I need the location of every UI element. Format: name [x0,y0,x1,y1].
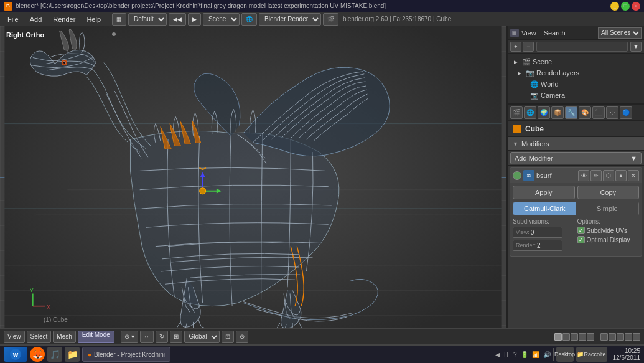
minimize-button[interactable]: _ [610,2,619,11]
pivot-select-btn[interactable]: ⊙ ▾ [121,331,138,343]
menu-render[interactable]: Render [48,14,80,24]
search-tab[interactable]: Search [544,29,566,37]
modifier-props-btn[interactable]: 🔧 [565,106,577,119]
start-button[interactable]: W [4,347,27,362]
view-number: 0 [531,229,534,236]
desktop-icon[interactable]: Desktop [556,347,574,362]
tree-world[interactable]: 🌐 World [508,78,644,90]
physics-props-btn[interactable]: 🔵 [620,106,632,119]
texture-props-btn[interactable]: ⬛ [592,106,605,119]
layer-1-btn[interactable] [554,333,562,341]
proportional-edit-btn[interactable]: ⊙ [236,331,248,343]
dropdown-arrow: ▼ [630,154,637,162]
layer-3-btn[interactable] [571,333,578,341]
3d-viewport[interactable]: Right Ortho [0,26,507,328]
transform-orientation-select[interactable]: Global [184,331,220,343]
edit-mode-btn[interactable]: Edit Mode [78,331,114,343]
scene-filter-btn[interactable]: ▼ [630,42,642,52]
scene-select[interactable]: Scene [203,13,240,26]
tray-question[interactable]: ? [513,351,517,358]
material-props-btn[interactable]: 🎨 [579,106,591,119]
view-tab[interactable]: View [521,29,536,37]
add-modifier-button[interactable]: Add Modifier ▼ [510,152,642,164]
render-props-btn[interactable]: 🎬 [510,106,523,119]
taskbar-files-icon[interactable]: 📁 [65,347,80,362]
optimal-display-checkbox[interactable]: ✓ [577,236,585,243]
taskbar-clock[interactable]: 10:25 12/6/2011 [613,347,641,361]
particle-props-btn[interactable]: ·:· [606,106,618,119]
tree-renderlayers[interactable]: ▸ 📷 RenderLayers [508,67,644,78]
select-menu-btn[interactable]: Select [27,331,52,343]
view-menu-btn[interactable]: View [4,331,25,343]
simple-tab[interactable]: Simple [576,202,639,215]
mod-edit-btn[interactable]: ✏ [590,170,602,181]
properties-icon-row: 🎬 🌐 🌍 📦 🔧 🎨 ⬛ ·:· 🔵 [508,105,644,121]
layer-2-btn[interactable] [562,333,570,341]
tree-camera[interactable]: 📷 Camera [508,90,644,101]
tray-network: 📶 [532,351,539,358]
layout-select[interactable]: Default [128,13,167,26]
layer-10-btn[interactable] [633,333,640,341]
mod-expand-btn[interactable]: ▲ [615,170,627,181]
rotate-tool-btn[interactable]: ↻ [156,331,168,343]
taskbar-firefox-icon[interactable]: 🦊 [30,347,45,362]
expand-tray-btn[interactable]: ◀ [495,351,500,358]
mode-toggle[interactable]: ▦ [112,13,126,26]
scene-delete-btn[interactable]: − [523,42,534,52]
move-tool-btn[interactable]: ↔ [140,331,154,343]
play-btn[interactable]: ▶ [188,13,201,26]
scale-tool-btn[interactable]: ⊞ [170,331,182,343]
layer-5-btn[interactable] [587,333,594,341]
mod-cage-btn[interactable]: ⬡ [603,170,614,181]
mod-render-btn[interactable]: 👁 [578,170,589,181]
desktop-label: Desktop [554,351,575,357]
blender-app-label: Blender - Project Krodhini [94,351,165,358]
taskbar-music-icon[interactable]: 🎵 [47,347,62,362]
layer-icon: ▸ [515,68,524,77]
scene-icon: ▸ [511,57,520,66]
world-props-btn[interactable]: 🌍 [538,106,550,119]
layer-7-btn[interactable] [609,333,616,341]
view-value-display[interactable]: View: 0 [513,227,562,238]
mod-enable-checkbox[interactable] [513,171,521,180]
window-controls: _ □ × [610,2,640,11]
anim-btn[interactable]: ◀◀ [169,13,186,26]
mod-copy-button[interactable]: Copy [577,186,640,199]
maximize-button[interactable]: □ [621,2,630,11]
render-value-display[interactable]: Render: 2 [513,240,562,251]
modifiers-header: Modifiers [508,137,644,151]
snap-btn[interactable]: ⊡ [222,331,234,343]
dragon-wireframe: X Y [0,26,506,328]
raccolte-icon[interactable]: 📁 Raccolte [576,347,607,362]
taskbar-blender-app[interactable]: ● Blender - Project Krodhini [82,347,170,362]
layer-6-btn[interactable] [600,333,608,341]
tray-volume[interactable]: 🔊 [543,351,551,358]
scene-search[interactable] [536,42,628,52]
menu-help[interactable]: Help [82,14,106,24]
blend-info: blender.org 2.60 | Fa:235:18670 | Cube [343,16,451,22]
panel-menu-icon[interactable]: ▤ [510,29,519,37]
layer-type-icon: 📷 [526,69,534,77]
object-props-btn[interactable]: 📦 [551,106,564,119]
menu-file[interactable]: File [2,14,24,24]
tree-scene[interactable]: ▸ 🎬 Scene [508,56,644,67]
mod-name-label: bsurf [536,172,576,179]
engine-select[interactable]: Blender Render [259,13,321,26]
catmull-clark-tab[interactable]: Catmull-Clark [513,202,576,215]
layer-9-btn[interactable] [625,333,632,341]
layer-8-btn[interactable] [617,333,624,341]
close-button[interactable]: × [632,2,640,11]
menu-add[interactable]: Add [25,14,47,24]
scene-props-btn[interactable]: 🌐 [524,106,536,119]
blender-app-icon: ● [88,351,91,358]
scenes-select[interactable]: All Scenes [598,27,642,39]
subdivide-uvs-checkbox[interactable]: ✓ [577,227,585,234]
mod-apply-button[interactable]: Apply [513,186,575,199]
mod-delete-btn[interactable]: ✕ [628,170,639,181]
viewport-dot [112,32,116,36]
mesh-menu-btn[interactable]: Mesh [53,331,75,343]
scene-new-btn[interactable]: + [510,42,521,52]
taskbar-system-tray: ◀ IT ? 🔋 📶 🔊 [495,351,550,358]
render-number: 2 [537,242,541,249]
layer-4-btn[interactable] [579,333,586,341]
